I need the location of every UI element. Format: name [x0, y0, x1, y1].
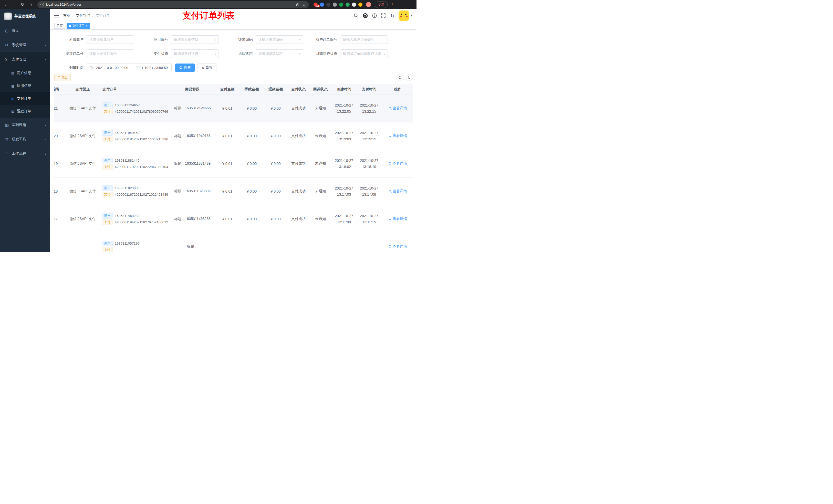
search-icon[interactable] — [354, 13, 358, 18]
filter-field-select[interactable]: 请选择应用信息 ∨ — [171, 35, 219, 44]
merchant-order-no: 1635311823086 — [115, 186, 140, 190]
sidebar-menu: ◷ 首页 ⚙ 系统管理 ∨ ¥ 支付管理 ∧ ▤ 商户信息 ▦ — [0, 24, 50, 161]
grid-icon: ▦ — [11, 84, 17, 88]
table-tools: ↻ — [397, 74, 412, 81]
extensions-area: 10 — [313, 3, 362, 7]
view-detail-link[interactable]: 查看详情 — [388, 189, 407, 194]
filter-field-select[interactable]: 请选择退款状态 ∨ — [256, 49, 303, 58]
export-button[interactable]: ↧ 导出 — [54, 74, 71, 81]
fullscreen-icon[interactable] — [381, 13, 385, 18]
page-annotation-title: 支付订单列表 — [182, 10, 235, 22]
tab-home[interactable]: 首页 — [54, 23, 65, 29]
filter-field-select[interactable]: 请选择支付状态 ∨ — [171, 49, 219, 58]
bookmark-star-icon[interactable]: ☆ — [303, 2, 306, 7]
browser-menu-icon[interactable]: ⋮ — [390, 2, 394, 7]
notify-status: 未通知 — [309, 95, 331, 122]
avatar-caret-icon[interactable]: ▾ — [411, 14, 412, 17]
filter-field-select[interactable]: 请选择订单回调商户状态 ∨ — [340, 49, 388, 58]
view-detail-link[interactable]: 查看详情 — [388, 134, 407, 138]
search-button[interactable]: 搜索 — [175, 64, 195, 72]
sidebar-item-label: 基础设施 — [12, 123, 26, 127]
browser-chrome: ← → ↻ ⌂ i localhost:1024/pay/order ☆ 10 … — [0, 0, 416, 9]
sidebar-item-infrastructure[interactable]: ▥ 基础设施 ∨ — [0, 118, 50, 132]
sidebar-item-pay[interactable]: ¥ 支付管理 ∧ — [0, 52, 50, 67]
filter-field-input[interactable] — [87, 35, 134, 44]
extension-face-icon[interactable] — [358, 3, 362, 7]
sidebar-item-home[interactable]: ◷ 首页 — [0, 24, 50, 38]
title-prefix: 标题： — [174, 134, 185, 138]
refund-amount: ¥ 0.00 — [264, 205, 287, 233]
extension-drop-icon[interactable] — [320, 3, 324, 7]
pay-time: 2021-10-27 13:19:15 — [357, 122, 382, 150]
breadcrumb-current: 支付订单 — [96, 13, 110, 18]
table-row: 19 微信 JSAPI 支付 商户 1635311881440 支付 42000… — [54, 150, 413, 177]
extension-pin-icon[interactable] — [352, 3, 356, 7]
filter-field-select[interactable]: 请输入渠道编码 ∨ — [256, 35, 303, 44]
browser-home-button[interactable]: ⌂ — [27, 1, 34, 8]
sidebar-item-workflow[interactable]: ⚐ 工作流程 ∨ — [0, 146, 50, 161]
filter-field-input[interactable] — [340, 35, 388, 44]
search-toggle-icon[interactable] — [397, 74, 403, 81]
tab-pay-order[interactable]: 支付订单 × — [67, 23, 90, 29]
github-icon[interactable] — [363, 13, 368, 18]
date-range-input[interactable]: 2021-10-01 00:00:00 - 2021-10-31 23:59:5… — [87, 64, 172, 72]
breadcrumb-home[interactable]: 首页 — [63, 13, 70, 18]
sidebar-item-app-info[interactable]: ▦ 应用信息 — [0, 79, 50, 92]
view-detail-link[interactable]: 查看详情 — [388, 161, 407, 166]
chevron-down-icon: ∨ — [45, 123, 47, 127]
address-bar[interactable]: i localhost:1024/pay/order ☆ — [38, 1, 309, 8]
sidebar-item-label: 支付订单 — [17, 96, 31, 101]
refund-amount: ¥ 0.00 — [264, 177, 287, 205]
browser-forward-button[interactable]: → — [11, 1, 18, 8]
column-header-channel: 支付渠道 — [65, 84, 100, 95]
font-size-icon[interactable]: T — [390, 13, 394, 18]
refresh-icon[interactable]: ↻ — [406, 74, 412, 81]
extension-chat-icon[interactable] — [346, 3, 350, 7]
sidebar-item-label: 系统管理 — [12, 43, 26, 47]
dashboard-icon: ◷ — [5, 28, 12, 33]
pay-tag: 支付 — [102, 219, 113, 225]
table-row: 21 微信 JSAPI 支付 商户 1635312124657 支付 42000… — [54, 95, 413, 122]
tab-active-dot — [69, 25, 71, 27]
help-icon[interactable]: ? — [372, 13, 377, 18]
view-detail-label: 查看详情 — [393, 217, 407, 221]
breadcrumb-pay-management[interactable]: 支付管理 — [76, 13, 90, 18]
notify-status: 未通知 — [309, 177, 331, 205]
user-avatar[interactable] — [399, 10, 409, 21]
create-time: 2021-10-27 13:11:08 — [331, 205, 357, 233]
extension-dark-icon[interactable] — [326, 3, 330, 7]
filter-field-input[interactable] — [87, 49, 134, 58]
sidebar-item-refund-order[interactable]: ⊡ 退款订单 — [0, 105, 50, 118]
fee-amount: ¥ 0.00 — [239, 95, 264, 122]
close-icon[interactable]: × — [86, 24, 88, 27]
browser-profile-avatar[interactable] — [366, 2, 371, 7]
share-icon[interactable] — [296, 3, 300, 6]
sidebar-item-pay-order[interactable]: ◎ 支付订单 — [0, 92, 50, 105]
hamburger-icon[interactable] — [54, 14, 59, 18]
title-prefix: 标题： — [174, 217, 185, 221]
reset-button[interactable]: ↻ 重置 — [197, 64, 216, 72]
pay-order-cell: 商户 1635311881440 支付 42000011732021102728… — [100, 150, 170, 177]
merchant-order-no: 1635311881440 — [115, 159, 140, 162]
table-row: 商户 1635311057196 支付 标题： 查看详情 — [54, 233, 413, 252]
sidebar-item-system[interactable]: ⚙ 系统管理 ∨ — [0, 38, 50, 52]
browser-update-button[interactable]: 更新 — [375, 2, 388, 8]
merchant-order-line: 商户 1635311468233 — [102, 213, 170, 219]
pay-amount: ¥ 0.01 — [215, 150, 239, 177]
browser-back-button[interactable]: ← — [3, 1, 10, 8]
extension-gray-icon[interactable] — [333, 3, 337, 7]
breadcrumb-separator: / — [72, 14, 73, 18]
pay-status: 支付成功 — [287, 177, 309, 205]
browser-reload-button[interactable]: ↻ — [19, 1, 26, 8]
sidebar-item-merchant-info[interactable]: ▤ 商户信息 — [0, 67, 50, 79]
view-detail-link[interactable]: 查看详情 — [388, 244, 407, 249]
view-detail-label: 查看详情 — [393, 189, 407, 194]
title-value: 1635312124656 — [185, 106, 211, 110]
view-detail-link[interactable]: 查看详情 — [388, 106, 407, 111]
extension-green-check-icon[interactable] — [339, 3, 343, 7]
view-detail-link[interactable]: 查看详情 — [388, 217, 407, 221]
sidebar-item-devtools[interactable]: ⚒ 研发工具 ∨ — [0, 132, 50, 146]
site-info-icon[interactable]: i — [41, 3, 44, 6]
pay-order-no: 4200001181202110277723215336 — [115, 137, 168, 141]
pay-order-no: 4200001194202110276752100612 — [115, 220, 168, 224]
